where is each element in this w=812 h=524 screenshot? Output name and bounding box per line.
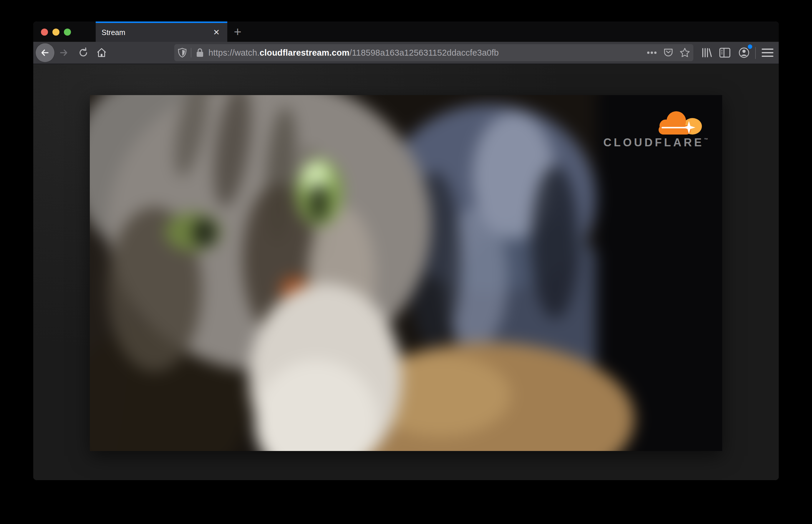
cloudflare-cloud-icon (653, 109, 703, 136)
account-notification-badge (748, 45, 752, 49)
page-content: CLOUDFLARE™ (33, 64, 779, 480)
forward-icon (58, 47, 69, 58)
pocket-button[interactable] (663, 47, 674, 58)
browser-window: Stream ✕ + (33, 21, 779, 480)
cloudflare-wordmark: CLOUDFLARE™ (603, 136, 708, 149)
forward-button[interactable] (58, 47, 69, 58)
sidebar-icon (719, 47, 731, 58)
address-bar-divider (191, 48, 191, 58)
home-button[interactable] (96, 47, 107, 58)
tab-bar: Stream ✕ + (33, 21, 779, 42)
bookmark-button[interactable] (679, 47, 691, 58)
navigation-toolbar: https://watch.cloudflarestream.com/11859… (33, 42, 779, 64)
library-icon (700, 47, 712, 59)
minimize-window-button[interactable] (52, 29, 60, 36)
url-domain: cloudflarestream.com (260, 48, 350, 58)
pocket-icon (663, 48, 673, 58)
back-button[interactable] (36, 43, 54, 62)
account-button[interactable] (737, 46, 750, 59)
close-tab-icon[interactable]: ✕ (211, 27, 222, 37)
menu-icon (761, 48, 774, 58)
url-prefix: https://watch. (209, 48, 260, 58)
new-tab-button[interactable]: + (232, 26, 243, 37)
tracking-protection-button[interactable] (177, 47, 188, 58)
home-icon (96, 47, 107, 58)
library-button[interactable] (700, 46, 713, 59)
close-window-button[interactable] (41, 29, 48, 36)
bookmark-star-icon (680, 47, 690, 58)
zoom-window-button[interactable] (64, 29, 71, 36)
sidebar-button[interactable] (718, 46, 731, 59)
lock-icon (195, 48, 204, 58)
page-actions-icon (647, 51, 657, 54)
trademark-symbol: ™ (704, 137, 708, 142)
address-bar[interactable]: https://watch.cloudflarestream.com/11859… (174, 44, 693, 61)
page-action-buttons (646, 44, 691, 61)
menu-button[interactable] (761, 46, 774, 59)
shield-icon (178, 48, 187, 58)
reload-button[interactable] (78, 47, 89, 58)
tab-stream[interactable]: Stream ✕ (96, 21, 227, 42)
toolbar-divider (755, 47, 756, 59)
page-actions-button[interactable] (646, 47, 657, 58)
tab-title: Stream (101, 28, 126, 37)
url-path: /118598a163a125631152ddaccfe3a0fb (350, 48, 499, 58)
reload-icon (78, 47, 89, 58)
video-player[interactable]: CLOUDFLARE™ (90, 95, 722, 451)
account-icon (738, 47, 750, 59)
window-controls (41, 29, 71, 36)
back-icon (40, 47, 50, 58)
url-display[interactable]: https://watch.cloudflarestream.com/11859… (209, 48, 499, 58)
new-tab-icon: + (234, 25, 241, 38)
